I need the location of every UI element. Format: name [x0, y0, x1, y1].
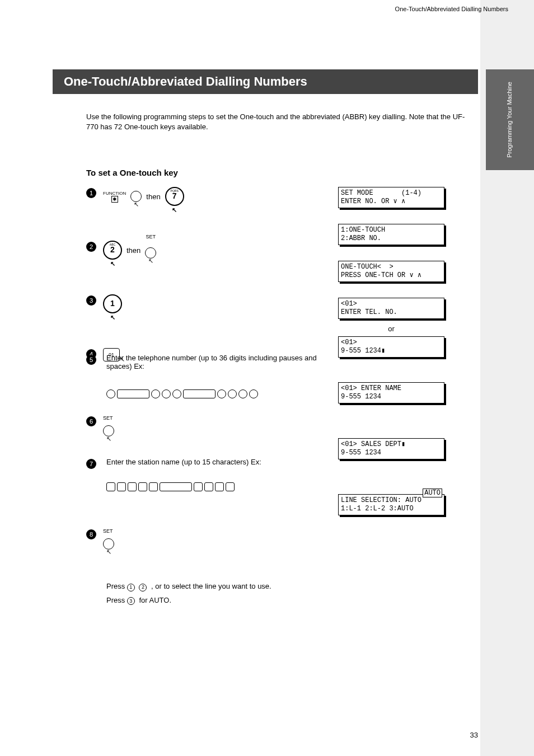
line-selection-choices: Press 1 2 , or to select the line you wa… — [106, 580, 465, 607]
key-1[interactable]: 1 ↖ — [103, 294, 122, 313]
step-number-6: 6 — [86, 416, 96, 426]
key-2-small[interactable]: 2 — [139, 584, 147, 591]
dial-key[interactable] — [106, 389, 115, 398]
star-icon: ✱ — [111, 196, 118, 203]
char-key-wide[interactable] — [160, 482, 192, 491]
step5-keyrow — [106, 389, 258, 398]
dial-key[interactable] — [249, 389, 258, 398]
set-button[interactable]: ↖ — [145, 247, 156, 259]
dial-key[interactable] — [238, 389, 247, 398]
key-1-small[interactable]: 1 — [127, 584, 135, 591]
key-3-small[interactable]: 3 — [127, 597, 135, 605]
dial-key[interactable] — [172, 389, 181, 398]
step-number-1: 1 — [86, 188, 96, 198]
step7-text: Enter the station name (up to 15 charact… — [106, 458, 330, 466]
subheading: To set a One-touch key — [86, 168, 178, 177]
line-selection-highlight: AUTO — [423, 489, 442, 497]
step-number-2: 2 — [86, 242, 96, 252]
text-then: then — [127, 246, 140, 255]
set-label: SET — [103, 528, 113, 534]
lcd-display-4b: <01> 9-555 1234▮ — [338, 336, 444, 358]
text-then: then — [146, 192, 160, 201]
lcd-display-4: <01> ENTER TEL. NO. — [338, 298, 444, 319]
char-key[interactable] — [194, 482, 203, 491]
step7-keyrow — [106, 482, 235, 491]
set-button[interactable]: ↖ — [103, 538, 114, 550]
function-button[interactable]: ↖ — [130, 191, 142, 202]
key-7[interactable]: PQRS 7 ↖ — [165, 187, 184, 206]
dial-key[interactable] — [228, 389, 237, 398]
page-header-right: One-Touch/Abbreviated Dialling Numbers — [395, 6, 508, 12]
char-key[interactable] — [204, 482, 213, 491]
step-number-5: 5 — [86, 355, 96, 365]
section-title-bar: One-Touch/Abbreviated Dialling Numbers — [53, 69, 478, 94]
char-key[interactable] — [138, 482, 147, 491]
dial-key-wide[interactable] — [183, 389, 216, 398]
chapter-tab: Programming Your Machine — [486, 69, 534, 170]
lcd-display-6: <01> ENTER NAME 9-555 1234 — [338, 382, 444, 403]
set-button[interactable]: ↖ — [103, 425, 114, 436]
page-number: 33 — [470, 731, 478, 739]
char-key[interactable] — [149, 482, 158, 491]
lcd-display-3: ONE-TOUCH< > PRESS ONE-TCH OR ∨ ∧ — [338, 261, 444, 282]
chapter-tab-text: Programming Your Machine — [506, 82, 513, 158]
dial-key[interactable] — [151, 389, 160, 398]
set-label: SET — [146, 234, 156, 240]
step-number-3: 3 — [86, 295, 96, 306]
section-title: One-Touch/Abbreviated Dialling Numbers — [64, 74, 307, 89]
lcd-display-1: SET MODE (1-4) ENTER NO. OR ∨ ∧ — [338, 187, 444, 208]
char-key[interactable] — [117, 482, 126, 491]
char-key[interactable] — [106, 482, 115, 491]
lcd-display-7: <01> SALES DEPT▮ 9-555 1234 — [338, 438, 444, 459]
dial-key[interactable] — [162, 389, 171, 398]
key-2[interactable]: ABC 2 ↖ — [103, 241, 122, 260]
lcd-display-2: 1:ONE-TOUCH 2:ABBR NO. — [338, 224, 444, 245]
step-number-7: 7 — [86, 459, 96, 469]
char-key[interactable] — [128, 482, 137, 491]
dial-key[interactable] — [217, 389, 226, 398]
char-key[interactable] — [226, 482, 235, 491]
char-key[interactable] — [215, 482, 224, 491]
lcd-or-text: or — [338, 325, 444, 333]
intro-paragraph: Use the following programming steps to s… — [86, 112, 467, 132]
set-label: SET — [103, 415, 113, 421]
step5-text: Enter the telephone number (up to 36 dig… — [106, 354, 330, 370]
step-number-8: 8 — [86, 529, 96, 539]
dial-key-wide[interactable] — [117, 389, 149, 398]
function-label: FUNCTION — [103, 191, 126, 196]
